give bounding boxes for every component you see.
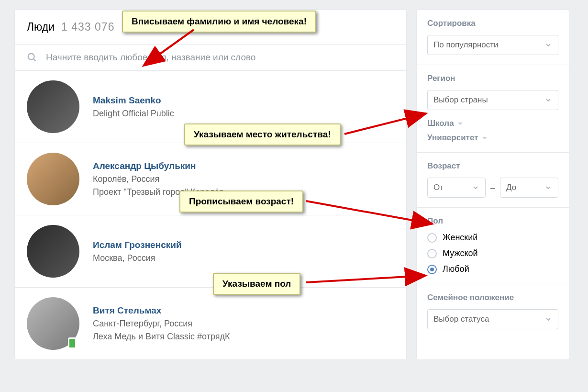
marital-label: Семейное положение bbox=[427, 293, 558, 302]
annotation-callout: Указываем место жительства! bbox=[184, 123, 341, 146]
result-name-link[interactable]: Александр Цыбулькин bbox=[93, 161, 224, 171]
avatar[interactable] bbox=[27, 297, 79, 350]
result-count: 1 433 076 bbox=[61, 21, 114, 34]
result-item[interactable]: Ислам Грозненский Москва, Россия bbox=[15, 215, 406, 287]
annotation-callout: Прописываем возраст! bbox=[179, 190, 303, 213]
search-row bbox=[15, 45, 406, 71]
result-name-link[interactable]: Ислам Грозненский bbox=[93, 240, 182, 250]
region-dropdown[interactable]: Выбор страны bbox=[427, 90, 558, 110]
university-label: Университет bbox=[427, 133, 478, 143]
chevron-down-icon bbox=[544, 315, 552, 323]
chevron-down-icon bbox=[544, 96, 552, 104]
results-list: Maksim Saenko Delight Official Public Ал… bbox=[15, 71, 406, 359]
age-from-dropdown[interactable]: От bbox=[427, 178, 486, 198]
main-column: Люди 1 433 076 Maksim Saenko Delight Off… bbox=[14, 10, 407, 360]
dash-separator: – bbox=[490, 183, 495, 193]
age-to-dropdown[interactable]: До bbox=[500, 178, 558, 198]
avatar[interactable] bbox=[27, 80, 79, 133]
region-block: Регион Выбор страны Школа Университет bbox=[417, 65, 569, 153]
sort-label: Сортировка bbox=[427, 19, 558, 28]
marital-value: Выбор статуса bbox=[433, 314, 489, 324]
chevron-down-icon bbox=[472, 184, 479, 191]
age-block: Возраст От – До bbox=[417, 153, 569, 208]
sidebar: Сортировка По популярности Регион Выбор … bbox=[416, 10, 569, 360]
search-input[interactable] bbox=[46, 52, 394, 63]
result-info: Витя Стельмах Санкт-Петербург, Россия Ле… bbox=[93, 305, 230, 342]
annotation-callout: Вписываем фамилию и имя человека! bbox=[122, 11, 316, 33]
gender-label: Пол bbox=[427, 216, 558, 226]
avatar[interactable] bbox=[27, 153, 79, 205]
radio-icon bbox=[427, 265, 437, 274]
radio-label: Женский bbox=[443, 233, 477, 243]
result-name-link[interactable]: Витя Стельмах bbox=[93, 305, 230, 316]
sort-dropdown[interactable]: По популярности bbox=[427, 35, 558, 55]
marital-dropdown[interactable]: Выбор статуса bbox=[427, 309, 558, 329]
result-info: Maksim Saenko Delight Official Public bbox=[93, 95, 174, 119]
region-label: Регион bbox=[427, 74, 558, 83]
online-mobile-icon bbox=[68, 337, 77, 349]
age-label: Возраст bbox=[427, 161, 558, 171]
chevron-down-icon bbox=[544, 41, 552, 49]
radio-icon bbox=[427, 233, 437, 243]
result-meta: Санкт-Петербург, Россия bbox=[93, 319, 230, 329]
result-meta: Леха Медь и Витя Сlassic #отрядК bbox=[93, 332, 230, 342]
marital-block: Семейное положение Выбор статуса bbox=[417, 284, 569, 339]
avatar[interactable] bbox=[27, 225, 79, 278]
annotation-callout: Указываем пол bbox=[213, 273, 300, 295]
radio-icon bbox=[427, 249, 437, 258]
gender-radio-any[interactable]: Любой bbox=[427, 264, 558, 274]
sort-block: Сортировка По популярности bbox=[417, 10, 569, 65]
age-from-value: От bbox=[433, 183, 444, 192]
radio-label: Мужской bbox=[443, 248, 478, 258]
school-label: Школа bbox=[427, 119, 454, 128]
result-name-link[interactable]: Maksim Saenko bbox=[93, 95, 174, 106]
age-to-value: До bbox=[506, 183, 516, 192]
school-expand[interactable]: Школа bbox=[427, 119, 558, 128]
result-meta: Королёв, Россия bbox=[93, 174, 224, 184]
svg-line-1 bbox=[33, 59, 36, 61]
caret-down-icon bbox=[458, 123, 463, 125]
result-meta: Москва, Россия bbox=[93, 253, 182, 263]
region-value: Выбор страны bbox=[433, 95, 488, 105]
gender-radio-male[interactable]: Мужской bbox=[427, 248, 558, 258]
gender-radio-female[interactable]: Женский bbox=[427, 233, 558, 243]
sort-value: По популярности bbox=[433, 40, 499, 50]
result-item[interactable]: Витя Стельмах Санкт-Петербург, Россия Ле… bbox=[15, 287, 406, 359]
chevron-down-icon bbox=[544, 184, 552, 191]
page-title: Люди bbox=[27, 21, 55, 34]
search-icon bbox=[27, 52, 37, 63]
result-meta: Delight Official Public bbox=[93, 109, 174, 119]
university-expand[interactable]: Университет bbox=[427, 133, 558, 143]
result-info: Ислам Грозненский Москва, Россия bbox=[93, 240, 182, 263]
radio-label: Любой bbox=[443, 264, 469, 274]
caret-down-icon bbox=[482, 137, 487, 139]
gender-block: Пол Женский Мужской Любой bbox=[417, 208, 569, 284]
svg-point-0 bbox=[28, 54, 34, 60]
